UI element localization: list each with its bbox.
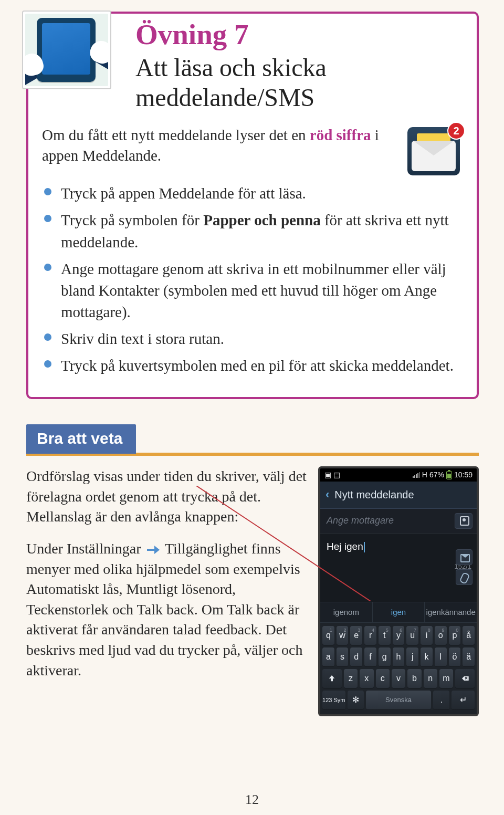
key-c[interactable]: c — [376, 669, 390, 688]
recipient-row: Ange mottagare — [320, 509, 477, 534]
page-number: 12 — [0, 792, 504, 808]
period-key[interactable]: . — [433, 691, 449, 709]
exercise-panel: Övning 7 Att läsa och skicka meddelande/… — [26, 12, 479, 399]
key-r[interactable]: r4 — [364, 626, 376, 645]
appbar-title: Nytt meddelande — [334, 488, 414, 503]
key-j[interactable]: j — [406, 647, 418, 666]
battery-pct: 67% — [429, 470, 444, 480]
clock-time: 10:59 — [454, 470, 472, 480]
suggestion-bar: igenom igen igenkännande — [320, 602, 477, 623]
phone-screenshot: ▣ ▤ H 67% 10:59 ‹ Nytt meddelande Ange m… — [318, 466, 479, 716]
key-ä[interactable]: ä — [463, 647, 475, 666]
good-to-know-section: Bra att veta Ordförslag visas under tide… — [26, 424, 479, 716]
recipient-field[interactable]: Ange mottagare — [327, 514, 449, 527]
signal-icon — [413, 472, 420, 478]
message-text: Hej igen — [327, 541, 363, 552]
key-x[interactable]: x — [360, 669, 373, 688]
key-w[interactable]: w2 — [337, 626, 349, 645]
arrow-right-icon — [147, 545, 160, 555]
sym-key[interactable]: 123 Sym — [322, 691, 345, 709]
key-d[interactable]: d — [350, 647, 362, 666]
intro-before: Om du fått ett nytt meddelande lyser det… — [42, 127, 310, 143]
key-s[interactable]: s — [337, 647, 349, 666]
mail-app-icon: 2 — [407, 127, 460, 175]
key-i[interactable]: i8 — [421, 626, 433, 645]
key-t[interactable]: t5 — [379, 626, 391, 645]
subtitle-line1: Att läsa och skicka — [135, 54, 327, 81]
suggestion-3[interactable]: igenkännande — [424, 602, 477, 623]
p2a: Under Inställningar — [26, 540, 145, 557]
settings-key[interactable]: ✻ — [348, 691, 364, 709]
notification-badge: 2 — [447, 122, 465, 140]
key-u[interactable]: u7 — [406, 626, 418, 645]
key-ö[interactable]: ö — [449, 647, 461, 666]
bav-paragraph-2: Under Inställningar Tillgänglighet finns… — [26, 539, 309, 681]
instruction-item: Ange mottagare genom att skriva in ett m… — [42, 258, 463, 323]
good-to-know-text: Ordförslag visas under tiden du skriver,… — [26, 466, 309, 692]
key-v[interactable]: v — [392, 669, 405, 688]
battery-icon — [446, 471, 452, 479]
app-bar: ‹ Nytt meddelande — [320, 482, 477, 508]
instruction-item: Tryck på appen Meddelande för att läsa. — [42, 183, 463, 204]
instruction-item: Tryck på symbolen för Papper och penna f… — [42, 210, 463, 253]
key-l[interactable]: l — [435, 647, 447, 666]
key-k[interactable]: k — [421, 647, 433, 666]
intro-text: Om du fått ett nytt meddelande lyser det… — [42, 125, 398, 166]
key-e[interactable]: e3 — [350, 626, 362, 645]
backspace-key[interactable] — [455, 669, 475, 688]
key-a[interactable]: a — [322, 647, 334, 666]
key-m[interactable]: m — [439, 669, 453, 688]
key-b[interactable]: b — [407, 669, 421, 688]
key-å[interactable]: å — [463, 626, 475, 645]
key-z[interactable]: z — [344, 669, 358, 688]
key-n[interactable]: n — [424, 669, 437, 688]
attach-button[interactable] — [456, 569, 472, 585]
enter-key[interactable]: ↵ — [452, 691, 475, 709]
message-area[interactable]: Hej igen 152/1 — [320, 534, 477, 602]
network-type: H — [422, 470, 427, 480]
suggestion-1[interactable]: igenom — [320, 602, 372, 623]
key-p[interactable]: p0 — [449, 626, 461, 645]
instruction-list: Tryck på appen Meddelande för att läsa.T… — [42, 183, 463, 377]
subtitle-line2: meddelande/SMS — [135, 83, 314, 111]
key-h[interactable]: h — [393, 647, 405, 666]
key-o[interactable]: o9 — [435, 626, 447, 645]
status-left-icons: ▣ ▤ — [324, 470, 340, 480]
keyboard: q1w2e3r4t5y6u7i8o9p0å asdfghjklöä zxcvbn… — [320, 623, 477, 714]
suggestion-2[interactable]: igen — [372, 602, 425, 623]
key-q[interactable]: q1 — [322, 626, 334, 645]
exercise-subtitle: Att läsa och skicka meddelande/SMS — [135, 51, 463, 112]
key-y[interactable]: y6 — [393, 626, 405, 645]
intro-red: röd siffra — [310, 127, 371, 143]
key-g[interactable]: g — [379, 647, 391, 666]
instruction-item: Skriv din text i stora rutan. — [42, 328, 463, 350]
back-chevron-icon[interactable]: ‹ — [326, 487, 329, 503]
instruction-item: Tryck på kuvertsymbolen med en pil för a… — [42, 355, 463, 377]
shift-key[interactable] — [322, 669, 342, 688]
bav-paragraph-1: Ordförslag visas under tiden du skriver,… — [26, 466, 309, 527]
good-to-know-heading: Bra att veta — [26, 424, 136, 454]
p2b: Tillgänglighet finns menyer med olika hj… — [26, 540, 302, 678]
key-f[interactable]: f — [364, 647, 376, 666]
envelope-icon — [412, 141, 456, 171]
space-key[interactable]: Svenska — [366, 691, 432, 709]
tablet-illustration — [22, 11, 111, 89]
contacts-button[interactable] — [455, 513, 472, 529]
text-cursor — [364, 542, 365, 552]
status-bar: ▣ ▤ H 67% 10:59 — [320, 468, 477, 482]
exercise-title: Övning 7 — [135, 14, 463, 51]
send-button[interactable] — [456, 549, 472, 565]
